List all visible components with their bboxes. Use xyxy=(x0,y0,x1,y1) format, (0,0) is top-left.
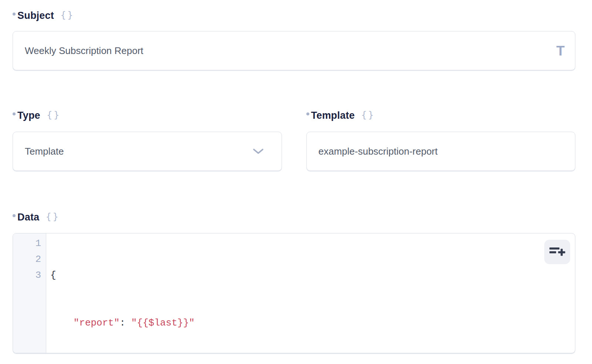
curly-braces-icon: {} xyxy=(47,109,61,120)
line-number-gutter: 1 2 3 xyxy=(13,233,46,353)
data-label: Data xyxy=(17,212,39,223)
data-code-editor: 1 2 3 { "report": "{{$last}}" } xyxy=(13,233,575,353)
map-toggle-button[interactable] xyxy=(544,240,570,264)
template-field-section: Template {} xyxy=(306,109,576,171)
template-label-row: Template {} xyxy=(306,109,576,122)
required-dot xyxy=(13,214,16,217)
template-input[interactable] xyxy=(319,146,565,157)
template-input-box[interactable] xyxy=(306,132,576,171)
data-label-row: Data {} xyxy=(13,211,575,223)
curly-braces-icon: {} xyxy=(361,109,375,120)
code-token-string: "{{$last}}" xyxy=(131,317,195,328)
parameters-panel: Subject {} T Type {} Template xyxy=(0,0,592,353)
chevron-down-icon xyxy=(253,148,264,155)
curly-braces-icon: {} xyxy=(60,10,74,20)
type-field-section: Type {} Template xyxy=(13,109,282,171)
code-line: "report": "{{$last}}" xyxy=(50,315,575,331)
required-dot xyxy=(13,112,16,115)
text-type-icon: T xyxy=(556,44,565,58)
code-token: { xyxy=(50,270,56,281)
subject-input[interactable] xyxy=(25,45,556,57)
playlist-add-icon xyxy=(549,245,566,259)
line-number: 1 xyxy=(13,236,41,252)
data-field-section: Data {} 1 2 3 { "report": "{{$last}}" } xyxy=(13,211,575,353)
code-content[interactable]: { "report": "{{$last}}" } xyxy=(46,233,575,353)
subject-field-section: Subject {} T xyxy=(13,9,575,70)
type-label-row: Type {} xyxy=(13,109,282,122)
code-line: { xyxy=(50,267,575,283)
type-label: Type xyxy=(17,110,40,121)
type-select[interactable]: Template xyxy=(13,132,282,171)
type-selected-value: Template xyxy=(25,146,253,157)
subject-label: Subject xyxy=(17,10,54,21)
code-token: : xyxy=(120,317,131,328)
type-template-row: Type {} Template Template {} xyxy=(13,109,575,171)
subject-label-row: Subject {} xyxy=(13,9,575,22)
required-dot xyxy=(306,112,309,115)
subject-input-box[interactable]: T xyxy=(13,31,575,70)
code-indent xyxy=(50,317,73,328)
template-label: Template xyxy=(311,110,355,121)
required-dot xyxy=(13,13,16,16)
code-token-string: "report" xyxy=(73,317,120,328)
line-number: 2 xyxy=(13,252,41,267)
line-number: 3 xyxy=(13,267,41,283)
curly-braces-icon: {} xyxy=(46,211,60,222)
